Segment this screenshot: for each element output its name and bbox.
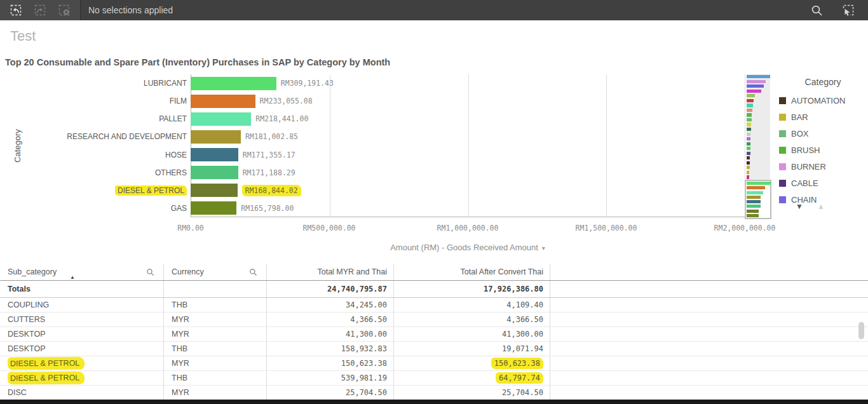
bar-track: RM309,191.43: [191, 74, 745, 92]
bar[interactable]: [191, 166, 238, 179]
column-header-sub-category[interactable]: Sub_category ▲: [0, 264, 164, 280]
bar-track: RM171,355.17: [191, 146, 745, 164]
table-cell[interactable]: MYR: [164, 327, 267, 341]
table-cell[interactable]: THB: [164, 298, 267, 312]
bar-value-label: RM181,002.85: [245, 132, 298, 141]
table-cell[interactable]: MYR: [164, 356, 267, 370]
table-cell: 34,245.00: [267, 298, 394, 312]
minimap-bar: [747, 90, 761, 93]
legend-item[interactable]: AUTOMATION: [778, 92, 868, 109]
category-label[interactable]: FILM: [25, 97, 191, 105]
bar[interactable]: [191, 112, 251, 126]
bar[interactable]: [191, 77, 276, 90]
table-cell: 41,300.00: [267, 327, 394, 341]
clear-selections-icon[interactable]: [52, 0, 76, 20]
totals-label: Totals: [8, 285, 31, 293]
table-scrollbar-thumb[interactable]: [858, 322, 864, 339]
category-label[interactable]: PALLET: [25, 114, 191, 123]
table-cell[interactable]: DESKTOP: [0, 327, 164, 341]
minimap-bar: [747, 118, 752, 121]
minimap-bar: [747, 147, 750, 150]
bar-row: LUBRICANTRM309,191.43: [25, 74, 745, 92]
table-cell: [550, 371, 868, 385]
x-axis-title-label: Amount (RM) - Goods Received Amount: [390, 243, 538, 252]
table-cell[interactable]: DIESEL & PETROL: [0, 371, 164, 385]
minimap-bar: [747, 104, 753, 107]
legend-paging: ▼ ▲: [796, 202, 853, 211]
step-forward-selection-icon[interactable]: [28, 0, 52, 20]
bar-value-label: RM168,844.02: [242, 185, 301, 196]
table-cell: 150,623.38: [267, 356, 394, 370]
bar-row: OTHERSRM171,188.29: [25, 164, 745, 182]
category-label[interactable]: DIESEL & PETROL: [25, 186, 191, 195]
x-axis-title[interactable]: Amount (RM) - Goods Received Amount▾: [191, 243, 745, 252]
table-cell[interactable]: DESKTOP: [0, 342, 164, 356]
table-cell: [550, 327, 868, 341]
bar[interactable]: [191, 130, 241, 144]
minimap-bar: [747, 161, 750, 165]
smart-search-icon[interactable]: [810, 4, 824, 17]
category-label[interactable]: OTHERS: [25, 168, 191, 177]
category-label[interactable]: RESEARCH AND DEVELOPMENT: [25, 132, 191, 141]
minimap-viewport[interactable]: [745, 180, 771, 219]
legend-item[interactable]: BAR: [778, 109, 868, 125]
category-label[interactable]: HOSE: [25, 151, 191, 159]
minimap-bar: [747, 84, 764, 88]
column-header-currency[interactable]: Currency: [164, 264, 267, 280]
sort-ascending-icon: ▲: [70, 274, 75, 280]
bar-value-label: RM309,191.43: [281, 79, 334, 88]
table-row: DESKTOPMYR41,300.0041,300.00: [0, 327, 868, 342]
table-cell: 4,109.40: [394, 298, 550, 312]
column-header-total-after-convert[interactable]: Total After Convert Thai: [394, 264, 550, 280]
bar[interactable]: [191, 95, 255, 108]
x-tick-label: RM0.00: [177, 224, 204, 232]
legend-item[interactable]: CABLE: [778, 175, 868, 191]
table-cell[interactable]: THB: [164, 371, 267, 385]
chart-scroll-minimap[interactable]: [747, 74, 770, 180]
legend-label: BOX: [791, 129, 808, 138]
table-cell[interactable]: DIESEL & PETROL: [0, 356, 164, 370]
step-back-selection-icon[interactable]: [4, 0, 28, 20]
minimap-viewport-bar: [747, 200, 761, 203]
table-cell[interactable]: THB: [164, 342, 267, 356]
bar-track: RM218,441.00: [191, 110, 745, 128]
x-tick-label: RM2,000,000.00: [714, 224, 776, 232]
minimap-bar: [747, 133, 750, 136]
table-cell: 158,932.83: [267, 342, 394, 356]
table-cell: 64,797.74: [394, 371, 550, 385]
table-cell: [550, 386, 868, 400]
legend-item[interactable]: BRUSH: [778, 142, 868, 158]
bar-track: RM165,798.00: [191, 199, 745, 217]
minimap-bar: [747, 109, 752, 112]
table-cell: 539,981.19: [267, 371, 394, 385]
highlight-marker: 64,797.74: [496, 372, 543, 384]
pivot-table: Sub_category ▲ Currency Total MYR and Th…: [0, 264, 868, 400]
bar[interactable]: [191, 201, 236, 215]
legend-swatch-icon: [779, 147, 786, 154]
table-cell[interactable]: COUPLING: [0, 298, 164, 312]
legend-item[interactable]: BOX: [778, 125, 868, 142]
selections-tool-icon[interactable]: [841, 3, 855, 17]
table-cell[interactable]: MYR: [164, 386, 267, 400]
clipped-row-band: [0, 400, 868, 404]
table-cell: 25,704.50: [394, 386, 550, 400]
minimap-viewport-bar: [747, 186, 765, 189]
bar[interactable]: [191, 184, 238, 197]
toolbar-right-group: [810, 3, 868, 17]
table-row: DESKTOPTHB158,932.8319,071.94: [0, 342, 868, 356]
table-cell[interactable]: CUTTERS: [0, 313, 164, 327]
table-cell[interactable]: DISC: [0, 386, 164, 400]
bar[interactable]: [191, 148, 238, 161]
legend-label: AUTOMATION: [791, 96, 845, 105]
table-cell[interactable]: MYR: [164, 313, 267, 327]
category-label[interactable]: LUBRICANT: [25, 79, 191, 88]
column-header-total-myr-thai[interactable]: Total MYR and Thai: [267, 264, 394, 280]
legend-item[interactable]: BURNER: [778, 158, 868, 175]
table-cell: [550, 356, 868, 370]
search-icon[interactable]: [146, 268, 154, 276]
search-icon[interactable]: [249, 268, 257, 276]
legend-scroll-up-icon[interactable]: ▲: [817, 202, 825, 211]
legend-items: AUTOMATIONBARBOXBRUSHBURNERCABLECHAIN: [778, 92, 868, 204]
category-label[interactable]: GAS: [25, 204, 191, 213]
legend-scroll-down-icon[interactable]: ▼: [796, 202, 803, 211]
